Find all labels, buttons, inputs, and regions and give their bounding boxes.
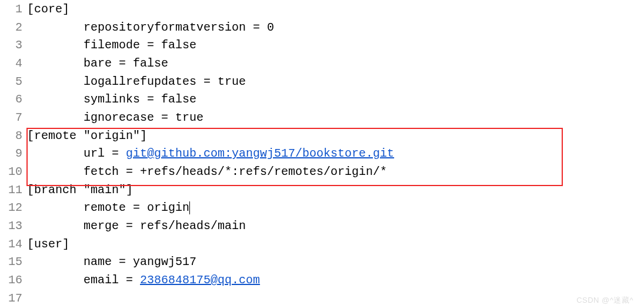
line-number: 3 (0, 38, 25, 52)
line-text: email = 2386848175@qq.com (27, 273, 260, 287)
line-text: [user] (27, 237, 69, 251)
code-area[interactable]: 1[core]2 repositoryformatversion = 03 fi… (0, 0, 644, 307)
line-number: 4 (0, 57, 25, 70)
line-text: [remote "origin"] (27, 129, 147, 143)
code-line[interactable]: 11[branch "main"] (0, 181, 644, 199)
line-number: 11 (0, 183, 25, 197)
line-text: merge = refs/heads/main (27, 219, 246, 233)
line-number: 9 (0, 147, 25, 160)
line-number: 12 (0, 201, 25, 214)
line-text: filemode = false (27, 38, 196, 52)
code-line[interactable]: 6 symlinks = false (0, 90, 644, 108)
line-number: 14 (0, 237, 25, 251)
line-number: 5 (0, 75, 25, 88)
line-pre-text: email = (27, 273, 140, 287)
code-line[interactable]: 9 url = git@github.com:yangwj517/booksto… (0, 145, 644, 163)
code-line[interactable]: 16 email = 2386848175@qq.com (0, 271, 644, 289)
watermark: CSDN @^迷藏^ (576, 295, 633, 306)
line-number: 13 (0, 219, 25, 233)
line-number: 17 (0, 292, 25, 305)
text-cursor (189, 201, 190, 214)
line-text: ignorecase = true (27, 111, 203, 124)
line-text: logallrefupdates = true (27, 75, 246, 88)
line-number: 10 (0, 165, 25, 178)
line-text: remote = origin (27, 201, 190, 214)
line-number: 16 (0, 273, 25, 287)
line-number: 8 (0, 129, 25, 143)
code-line[interactable]: 10 fetch = +refs/heads/*:refs/remotes/or… (0, 163, 644, 181)
line-number: 1 (0, 2, 25, 16)
code-line[interactable]: 5 logallrefupdates = true (0, 72, 644, 91)
link-text[interactable]: 2386848175@qq.com (140, 273, 260, 287)
line-number: 2 (0, 21, 25, 34)
line-text: fetch = +refs/heads/*:refs/remotes/origi… (27, 165, 387, 178)
code-line[interactable]: 17 (0, 289, 644, 307)
line-number: 6 (0, 92, 25, 106)
code-line[interactable]: 12 remote = origin (0, 199, 644, 217)
line-text: repositoryformatversion = 0 (27, 21, 274, 34)
code-line[interactable]: 2 repositoryformatversion = 0 (0, 18, 644, 37)
code-line[interactable]: 1[core] (0, 0, 644, 18)
line-number: 15 (0, 255, 25, 269)
line-pre-text: url = (27, 147, 126, 160)
line-text: [branch "main"] (27, 183, 133, 197)
editor-container: 1[core]2 repositoryformatversion = 03 fi… (0, 0, 644, 308)
code-line[interactable]: 3 filemode = false (0, 36, 644, 54)
code-line[interactable]: 13 merge = refs/heads/main (0, 217, 644, 235)
line-number: 7 (0, 111, 25, 124)
line-text: [core] (27, 2, 69, 16)
code-line[interactable]: 15 name = yangwj517 (0, 253, 644, 271)
line-text: symlinks = false (27, 92, 196, 106)
link-text[interactable]: git@github.com:yangwj517/bookstore.git (126, 147, 394, 160)
line-text: name = yangwj517 (27, 255, 196, 269)
code-line[interactable]: 8[remote "origin"] (0, 127, 644, 145)
line-text: url = git@github.com:yangwj517/bookstore… (27, 147, 394, 160)
code-line[interactable]: 14[user] (0, 235, 644, 253)
line-text: bare = false (27, 57, 168, 70)
code-line[interactable]: 4 bare = false (0, 54, 644, 72)
code-line[interactable]: 7 ignorecase = true (0, 108, 644, 127)
